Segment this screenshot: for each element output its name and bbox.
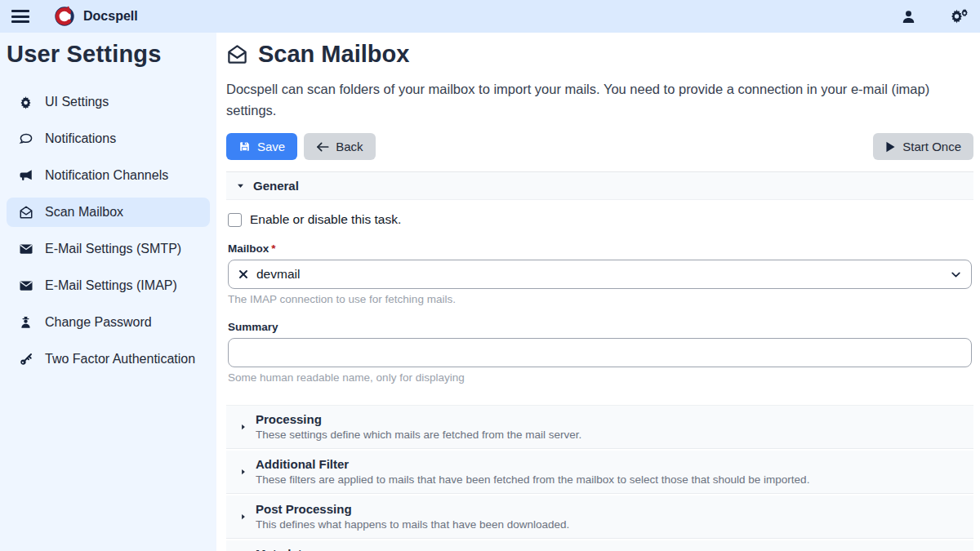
- collapsed-sections: Processing These settings define which m…: [226, 405, 973, 551]
- start-once-button-label: Start Once: [902, 140, 961, 153]
- caret-down-icon: [236, 181, 245, 190]
- section-title: Post Processing: [256, 502, 964, 516]
- section-title: Processing: [256, 412, 964, 426]
- section-processing[interactable]: Processing These settings define which m…: [226, 405, 973, 449]
- envelope-open-icon: [18, 205, 33, 220]
- enable-task-checkbox-row[interactable]: Enable or disable this task.: [228, 212, 972, 227]
- top-navbar: Docspell: [0, 0, 980, 33]
- gear-icon: [18, 96, 33, 109]
- comment-icon: [18, 131, 33, 146]
- start-once-button[interactable]: Start Once: [873, 133, 973, 160]
- envelope-open-icon: [226, 43, 248, 65]
- caret-right-icon: [239, 468, 247, 477]
- back-button-label: Back: [336, 140, 363, 153]
- caret-right-icon: [239, 513, 247, 522]
- envelope-icon: [18, 242, 33, 256]
- section-description: This defines what happens to mails that …: [256, 518, 964, 531]
- save-button[interactable]: Save: [226, 133, 297, 160]
- play-icon: [885, 141, 896, 153]
- sidebar-item-label: E-Mail Settings (SMTP): [45, 242, 181, 256]
- sidebar-item-email-imap[interactable]: E-Mail Settings (IMAP): [7, 271, 210, 300]
- mailbox-label: Mailbox*: [228, 242, 972, 255]
- sidebar-item-email-smtp[interactable]: E-Mail Settings (SMTP): [7, 234, 210, 264]
- sidebar-item-ui-settings[interactable]: UI Settings: [7, 87, 210, 117]
- save-button-label: Save: [257, 140, 285, 153]
- sidebar-item-two-factor[interactable]: Two Factor Authentication: [7, 344, 210, 374]
- section-title: Additional Filter: [256, 457, 964, 471]
- sidebar-title: User Settings: [7, 39, 210, 68]
- docspell-logo-icon: [54, 6, 75, 27]
- section-post-processing[interactable]: Post Processing This defines what happen…: [226, 495, 973, 539]
- sidebar-nav: UI Settings Notifications Notification C…: [7, 87, 210, 374]
- mailbox-selected-value: devmail: [256, 267, 300, 282]
- page-title: Scan Mailbox: [258, 41, 409, 68]
- sidebar-item-label: Notifications: [45, 131, 116, 146]
- summary-field: Summary Some human readable name, only f…: [228, 321, 972, 384]
- required-marker: *: [271, 242, 275, 255]
- page-description: Docspell can scan folders of your mailbo…: [226, 79, 973, 121]
- sidebar-item-label: Two Factor Authentication: [45, 352, 195, 367]
- bullhorn-icon: [18, 168, 33, 183]
- mailbox-select[interactable]: devmail: [228, 260, 972, 289]
- arrow-left-icon: [316, 141, 329, 153]
- enable-task-label: Enable or disable this task.: [250, 212, 401, 227]
- section-description: These settings define which mails are fe…: [256, 429, 964, 441]
- general-section-body: Enable or disable this task. Mailbox* de…: [226, 200, 973, 387]
- key-icon: [18, 352, 33, 367]
- sidebar: User Settings UI Settings Notificatio: [0, 33, 216, 551]
- section-title: Metadata: [256, 547, 964, 551]
- caret-right-icon: [239, 423, 247, 432]
- toolbar: Save Back Start Once: [226, 133, 973, 160]
- mailbox-help-text: The IMAP connection to use for fetching …: [228, 293, 972, 305]
- chevron-down-icon: [951, 269, 961, 280]
- summary-input[interactable]: [228, 338, 972, 367]
- sidebar-item-notifications[interactable]: Notifications: [7, 124, 210, 153]
- menu-hamburger-icon[interactable]: [11, 10, 29, 23]
- page-head: Scan Mailbox: [226, 41, 973, 68]
- section-metadata[interactable]: Metadata Define metadata that should be …: [226, 540, 973, 551]
- sidebar-item-scan-mailbox[interactable]: Scan Mailbox: [7, 198, 210, 227]
- sidebar-item-label: UI Settings: [45, 95, 109, 109]
- summary-help-text: Some human readable name, only for displ…: [228, 371, 972, 384]
- sidebar-item-change-password[interactable]: Change Password: [7, 308, 210, 337]
- brand-name: Docspell: [83, 9, 138, 24]
- sidebar-item-notification-channels[interactable]: Notification Channels: [7, 161, 210, 190]
- envelope-icon: [18, 278, 33, 293]
- enable-task-checkbox[interactable]: [228, 213, 242, 227]
- user-secret-icon: [18, 315, 33, 330]
- user-account-icon[interactable]: [901, 9, 916, 24]
- general-section-header[interactable]: General: [226, 171, 973, 200]
- general-section-label: General: [253, 179, 299, 193]
- save-floppy-icon: [238, 140, 251, 153]
- back-button[interactable]: Back: [304, 133, 375, 160]
- mailbox-field: Mailbox* devmail The IMAP con: [228, 242, 972, 305]
- sidebar-item-label: Change Password: [45, 315, 152, 330]
- main-content: Scan Mailbox Docspell can scan folders o…: [216, 33, 980, 551]
- sidebar-item-label: Scan Mailbox: [45, 205, 123, 220]
- section-additional-filter[interactable]: Additional Filter These filters are appl…: [226, 451, 973, 494]
- brand[interactable]: Docspell: [54, 6, 138, 27]
- section-description: These filters are applied to mails that …: [256, 473, 964, 486]
- clear-x-icon[interactable]: [238, 269, 248, 279]
- summary-label: Summary: [228, 321, 972, 333]
- settings-cogs-icon[interactable]: [949, 8, 969, 24]
- sidebar-item-label: Notification Channels: [45, 168, 168, 183]
- sidebar-item-label: E-Mail Settings (IMAP): [45, 278, 177, 293]
